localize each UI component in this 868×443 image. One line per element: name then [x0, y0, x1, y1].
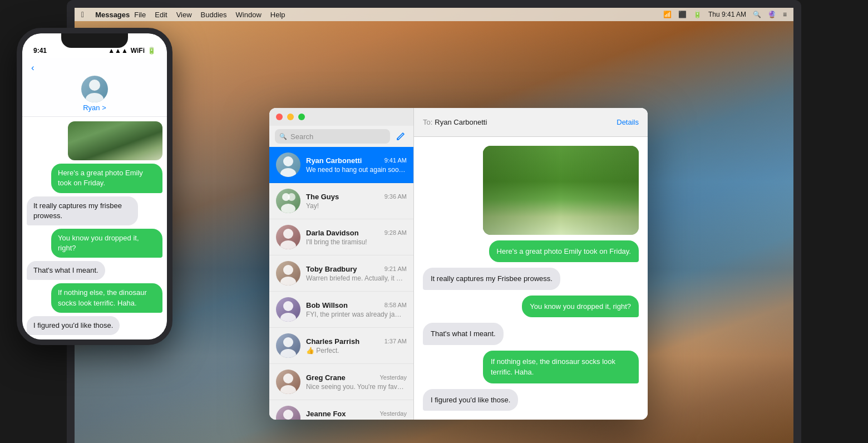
- conv-name-bob: Bob Willson: [306, 301, 348, 309]
- wifi-icon: 📶: [663, 11, 672, 18]
- messages-window: 🔍 Search: [269, 108, 648, 420]
- menu-item-edit[interactable]: Edit: [155, 11, 167, 19]
- chat-bubble-photo: Here's a great photo Emily took on Frida…: [489, 240, 639, 263]
- siri-icon[interactable]: 🔮: [768, 11, 776, 18]
- search-compose-row: 🔍 Search: [269, 126, 413, 147]
- conv-time-darla: 9:28 AM: [384, 229, 407, 236]
- conv-name-charles: Charles Parrish: [306, 337, 359, 346]
- macbook-screen:  Messages Messages File Edit View Buddi…: [67, 0, 801, 443]
- conv-time-toby: 9:21 AM: [384, 265, 407, 272]
- iphone-nav: ‹ Ryan >: [22, 58, 167, 117]
- iphone-frame: 9:41 ▲▲▲ WiFi 🔋 ‹ Ryan >: [17, 28, 172, 345]
- iphone-photo-bubble: [68, 121, 162, 160]
- conv-preview-ryan: We need to hang out again soon. Don't be…: [306, 166, 407, 174]
- avatar-ryan: [276, 152, 300, 177]
- menu-item-window[interactable]: Window: [236, 11, 262, 19]
- iphone-back-button[interactable]: ‹: [31, 62, 34, 73]
- iphone-bubble-socks: If nothing else, the dinosaur socks look…: [51, 283, 162, 312]
- svg-point-0: [283, 156, 293, 166]
- svg-point-13: [283, 373, 293, 383]
- iphone-bubble-dropped: You know you dropped it, right?: [51, 229, 162, 258]
- svg-point-17: [89, 80, 100, 91]
- svg-point-5: [283, 229, 293, 239]
- apple-menu[interactable]: : [81, 10, 84, 19]
- conv-preview-guys: Yay!: [306, 202, 407, 210]
- iphone-screen: 9:41 ▲▲▲ WiFi 🔋 ‹ Ryan >: [22, 33, 167, 339]
- svg-point-7: [283, 265, 293, 275]
- menubar-items: File Edit View Buddies Window Help: [134, 11, 285, 19]
- conversation-item-darla[interactable]: Darla Davidson 9:28 AM I'll bring the ti…: [269, 219, 413, 255]
- menu-clock: Thu 9:41 AM: [708, 11, 746, 18]
- iphone-contact-name[interactable]: Ryan >: [83, 104, 106, 112]
- conv-time-jeanne: Yesterday: [379, 410, 407, 417]
- close-button[interactable]: [276, 114, 283, 120]
- menu-item-buddies[interactable]: Buddies: [201, 11, 227, 19]
- menubar:  Messages Messages File Edit View Buddi…: [75, 8, 793, 21]
- iphone-bubble-photo: Here's a great photo Emily took on Frida…: [51, 164, 162, 193]
- app-name-menu[interactable]: Messages: [95, 11, 130, 19]
- avatar-darla: [276, 225, 300, 249]
- iphone-wifi-icon: WiFi: [131, 47, 145, 55]
- svg-point-14: [280, 385, 296, 394]
- chat-messages: Here's a great photo Emily took on Frida…: [414, 137, 648, 420]
- messages-sidebar: 🔍 Search: [269, 108, 414, 420]
- compose-button[interactable]: [393, 129, 408, 144]
- menubar-left:  Messages Messages: [81, 10, 130, 19]
- iphone-bubble-frisbee: It really captures my frisbee prowess.: [27, 196, 138, 225]
- chat-area: To: Ryan Carbonetti Details Here's a gre…: [414, 108, 648, 420]
- chat-bubble-figured: I figured you'd like those.: [423, 389, 518, 411]
- conversation-item-greg[interactable]: Greg Crane Yesterday Nice seeing you. Yo…: [269, 364, 413, 400]
- conversation-item-toby[interactable]: Toby Bradbury 9:21 AM Warren briefed me.…: [269, 255, 413, 292]
- conv-name-darla: Darla Davidson: [306, 229, 359, 237]
- conversation-item-guys[interactable]: The Guys 9:36 AM Yay!: [269, 183, 413, 219]
- chat-details-button[interactable]: Details: [617, 118, 639, 126]
- svg-point-8: [280, 277, 296, 286]
- search-field[interactable]: 🔍 Search: [275, 129, 390, 144]
- conversation-item-ryan[interactable]: Ryan Carbonetti 9:41 AM We need to hang …: [269, 147, 413, 183]
- conv-name-greg: Greg Crane: [306, 373, 346, 382]
- menu-item-view[interactable]: View: [176, 11, 192, 19]
- svg-point-12: [280, 349, 296, 358]
- iphone-notch: [61, 33, 128, 48]
- svg-point-10: [280, 313, 296, 322]
- conv-info-darla: Darla Davidson 9:28 AM I'll bring the ti…: [306, 229, 407, 246]
- iphone-messages: Here's a great photo Emily took on Frida…: [22, 117, 167, 339]
- menu-item-file[interactable]: File: [134, 11, 146, 19]
- conv-info-charles: Charles Parrish 1:37 AM 👍 Perfect.: [306, 337, 407, 355]
- chat-bubble-frisbee: It really captures my Frisbee prowess.: [423, 268, 560, 290]
- conv-preview-toby: Warren briefed me. Actually, it wasn't t…: [306, 274, 407, 282]
- maximize-button[interactable]: [298, 114, 305, 120]
- conv-info-bob: Bob Willson 8:58 AM FYI, the printer was…: [306, 301, 407, 318]
- svg-point-1: [280, 168, 296, 177]
- iphone-time: 9:41: [33, 47, 47, 55]
- conv-info-toby: Toby Bradbury 9:21 AM Warren briefed me.…: [306, 265, 407, 282]
- iphone-battery-icon: 🔋: [147, 47, 156, 55]
- iphone-bubble-meant: That's what I meant.: [27, 261, 105, 280]
- conversation-item-jeanne[interactable]: Jeanne Fox Yesterday Every meal I've had…: [269, 400, 413, 420]
- avatar-jeanne: [276, 406, 300, 420]
- minimize-button[interactable]: [287, 114, 294, 120]
- svg-point-6: [280, 240, 296, 249]
- window-titlebar: [269, 108, 413, 126]
- avatar-toby: [276, 261, 300, 286]
- svg-point-15: [283, 410, 293, 420]
- iphone-status-icons: ▲▲▲ WiFi 🔋: [108, 47, 156, 55]
- chat-message-image: [483, 146, 639, 235]
- menu-item-help[interactable]: Help: [270, 11, 285, 19]
- conv-time-bob: 8:58 AM: [384, 302, 407, 308]
- conversation-item-bob[interactable]: Bob Willson 8:58 AM FYI, the printer was…: [269, 292, 413, 328]
- conv-preview-bob: FYI, the printer was already jammed when…: [306, 311, 407, 318]
- svg-point-3: [288, 193, 295, 201]
- conv-time-guys: 9:36 AM: [384, 193, 407, 200]
- iphone-bubble-figured: I figured you'd like those.: [27, 316, 120, 335]
- conv-info-jeanne: Jeanne Fox Yesterday Every meal I've had…: [306, 410, 407, 420]
- conversation-item-charles[interactable]: Charles Parrish 1:37 AM 👍 Perfect.: [269, 328, 413, 364]
- search-placeholder: Search: [290, 132, 313, 141]
- search-icon[interactable]: 🔍: [753, 11, 761, 18]
- conv-preview-charles: 👍 Perfect.: [306, 347, 407, 355]
- control-center-icon[interactable]: ≡: [783, 11, 787, 18]
- svg-point-11: [283, 337, 293, 347]
- search-icon: 🔍: [279, 133, 287, 140]
- conv-name-guys: The Guys: [306, 193, 339, 201]
- avatar-bob: [276, 297, 300, 322]
